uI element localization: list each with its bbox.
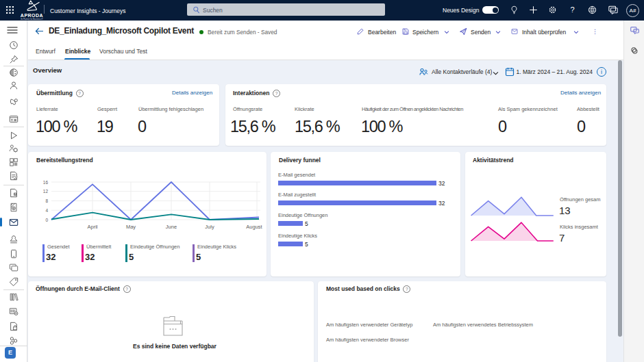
svg-text:16: 16 — [43, 180, 49, 185]
svg-text:12: 12 — [43, 189, 49, 194]
svg-text:4: 4 — [45, 208, 48, 213]
svg-text:April: April — [87, 224, 97, 230]
svg-text:May: May — [126, 224, 136, 230]
svg-text:June: June — [166, 224, 177, 230]
svg-text:August: August — [246, 224, 262, 230]
svg-text:July: July — [205, 224, 214, 230]
svg-text:0: 0 — [45, 218, 48, 222]
svg-text:8: 8 — [45, 198, 48, 203]
